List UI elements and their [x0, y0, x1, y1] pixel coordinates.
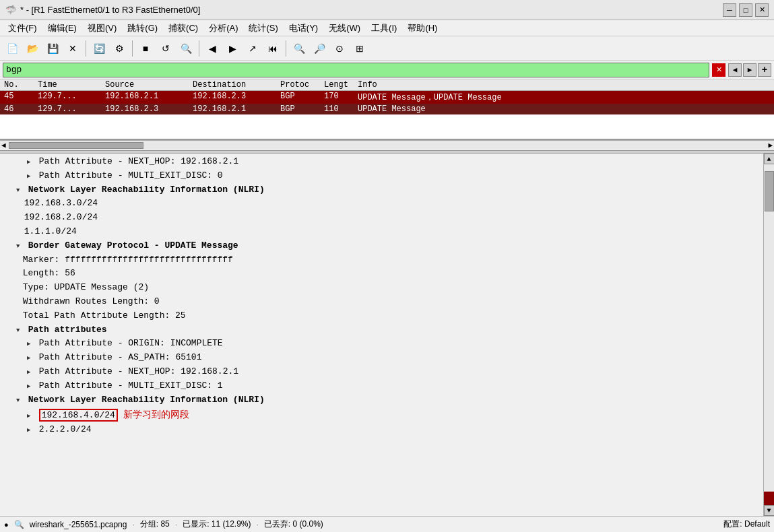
- expand-icon[interactable]: [13, 239, 23, 253]
- detail-text: Type: UPDATE Message (2): [23, 282, 149, 292]
- close-button[interactable]: ✕: [755, 3, 769, 17]
- expand-icon[interactable]: [24, 337, 34, 351]
- goto-button[interactable]: ↗: [243, 39, 262, 58]
- status-sep-3: ·: [257, 520, 259, 529]
- status-sep-2: ·: [175, 520, 177, 529]
- capture-options-button[interactable]: ⚙: [110, 39, 129, 58]
- forward-button[interactable]: ▶: [223, 39, 242, 58]
- expand-icon[interactable]: [24, 409, 34, 423]
- list-item: 2.2.2.0/24: [5, 423, 758, 437]
- menu-item[interactable]: 电话(Y): [284, 21, 323, 36]
- restart-button[interactable]: ↺: [156, 39, 175, 58]
- table-row[interactable]: 45 129.7... 192.168.2.1 192.168.2.3 BGP …: [0, 91, 774, 104]
- detail-text: Path Attribute - MULTI_EXIT_DISC: 0: [39, 170, 223, 180]
- packet-src: 192.168.2.1: [101, 92, 189, 103]
- list-item: Path Attribute - NEXT_HOP: 192.168.2.1: [5, 155, 758, 169]
- menu-item[interactable]: 帮助(H): [402, 21, 443, 36]
- stop-button[interactable]: ■: [136, 39, 155, 58]
- filter-nav-buttons: ◀ ▶ +: [728, 63, 771, 77]
- packet-len: 170: [320, 92, 354, 103]
- menu-item[interactable]: 视图(V): [82, 21, 122, 36]
- table-row[interactable]: 46 129.7... 192.168.2.3 192.168.2.1 BGP …: [0, 104, 774, 114]
- zoom-normal-button[interactable]: ⊙: [330, 39, 349, 58]
- expand-icon[interactable]: [24, 169, 34, 183]
- menu-item[interactable]: 分析(A): [203, 21, 243, 36]
- menu-item[interactable]: 编辑(E): [42, 21, 82, 36]
- new-capture-button[interactable]: 📄: [3, 39, 22, 58]
- expand-icon[interactable]: [24, 423, 34, 437]
- list-item: 192.168.4.0/24 新学习到的网段: [5, 407, 758, 423]
- packet-no: 45: [0, 92, 34, 103]
- expand-icon[interactable]: [24, 155, 34, 169]
- list-item: Path Attribute - MULTI_EXIT_DISC: 0: [5, 169, 758, 183]
- capture-filter-button[interactable]: 🔍: [176, 39, 195, 58]
- expand-icon[interactable]: [13, 183, 23, 197]
- packet-proto: BGP: [276, 104, 320, 114]
- detail-text: Path Attribute - NEXT_HOP: 192.168.2.1: [39, 156, 238, 166]
- open-button[interactable]: 📂: [23, 39, 42, 58]
- scroll-track[interactable]: [764, 164, 775, 492]
- list-item: Path Attribute - ORIGIN: INCOMPLETE: [5, 337, 758, 351]
- filter-input[interactable]: [3, 63, 709, 77]
- first-button[interactable]: ⏮: [263, 39, 282, 58]
- list-item: 1.1.1.0/24: [5, 225, 758, 239]
- col-header-dst: Destination: [189, 80, 276, 90]
- resize-button[interactable]: ⊞: [350, 39, 369, 58]
- title-bar: 🦈 * - [R1 FastEthernet0/1 to R3 FastEthe…: [0, 0, 774, 20]
- filter-prev-button[interactable]: ◀: [728, 63, 742, 77]
- filter-next-button[interactable]: ▶: [743, 63, 756, 77]
- packet-info: UPDATE Message: [354, 104, 774, 114]
- list-item: Path Attribute - NEXT_HOP: 192.168.2.1: [5, 365, 758, 379]
- h-scroll-left[interactable]: ◀: [0, 141, 7, 149]
- detail-text: Path Attribute - NEXT_HOP: 192.168.2.1: [39, 366, 238, 376]
- detail-pane-wrapper: Path Attribute - NEXT_HOP: 192.168.2.1 P…: [0, 154, 774, 516]
- filter-add-button[interactable]: +: [758, 63, 771, 77]
- packet-src: 192.168.2.3: [101, 104, 189, 114]
- scroll-down-button[interactable]: ▼: [764, 505, 775, 516]
- scroll-thumb[interactable]: [765, 171, 774, 211]
- expand-icon[interactable]: [13, 393, 23, 407]
- packet-time: 129.7...: [34, 92, 101, 103]
- h-scrollbar[interactable]: ◀ ▶: [0, 140, 774, 149]
- detail-scrollbar[interactable]: ▲ ▼: [763, 154, 774, 516]
- h-scroll-right[interactable]: ▶: [767, 141, 774, 149]
- menu-item[interactable]: 捕获(C): [163, 21, 203, 36]
- list-item: Border Gateway Protocol - UPDATE Message: [5, 239, 758, 253]
- close-capture-button[interactable]: ✕: [63, 39, 82, 58]
- packet-list-header: No. Time Source Destination Protoc Lengt…: [0, 79, 774, 91]
- maximize-button[interactable]: □: [739, 3, 752, 17]
- detail-text: Path Attribute - ORIGIN: INCOMPLETE: [39, 338, 223, 348]
- scroll-up-button[interactable]: ▲: [764, 154, 775, 164]
- menu-item[interactable]: 工具(I): [366, 21, 402, 36]
- detail-text: 192.168.2.0/24: [24, 212, 98, 222]
- detail-text: 2.2.2.0/24: [39, 424, 92, 434]
- detail-text: Network Layer Reachability Information (…: [28, 395, 265, 405]
- menu-item[interactable]: 跳转(G): [122, 21, 163, 36]
- zoom-in-button[interactable]: 🔍: [290, 39, 309, 58]
- packet-dst: 192.168.2.3: [189, 92, 276, 103]
- status-filename: wireshark_-255651.pcapng: [30, 520, 127, 529]
- col-header-proto: Protoc: [276, 80, 320, 90]
- zoom-out-button[interactable]: 🔎: [310, 39, 329, 58]
- expand-icon[interactable]: [24, 379, 34, 393]
- menu-item[interactable]: 无线(W): [323, 21, 366, 36]
- filter-bar: ✕ ◀ ▶ +: [0, 61, 774, 79]
- filter-clear-button[interactable]: ✕: [712, 63, 725, 77]
- packet-list[interactable]: No. Time Source Destination Protoc Lengt…: [0, 79, 774, 140]
- status-profile: 配置: Default: [723, 519, 770, 530]
- detail-text: 192.168.3.0/24: [24, 198, 98, 208]
- save-button[interactable]: 💾: [43, 39, 62, 58]
- h-scrollbar-thumb[interactable]: [9, 142, 143, 149]
- expand-icon[interactable]: [24, 351, 34, 365]
- minimize-button[interactable]: ─: [723, 3, 736, 17]
- menu-item[interactable]: 文件(F): [3, 21, 42, 36]
- expand-icon[interactable]: [13, 323, 23, 337]
- status-icon-ready: ●: [4, 521, 9, 529]
- back-button[interactable]: ◀: [203, 39, 222, 58]
- status-sep-1: ·: [132, 520, 134, 529]
- menu-item[interactable]: 统计(S): [243, 21, 283, 36]
- reload-button[interactable]: 🔄: [90, 39, 108, 58]
- expand-icon[interactable]: [24, 365, 34, 379]
- toolbar-sep-4: [286, 40, 286, 57]
- scroll-indicator: [764, 492, 775, 505]
